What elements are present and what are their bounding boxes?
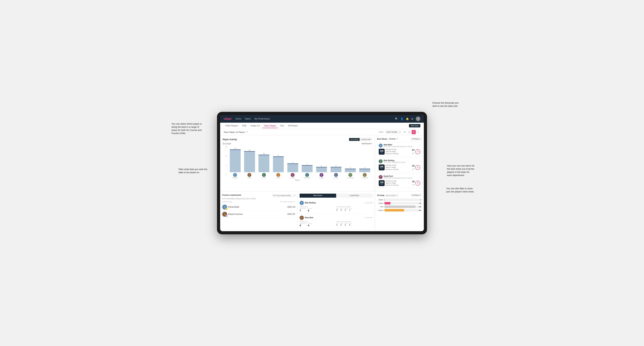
bar-highlight (345, 169, 356, 169)
add-team-button[interactable]: Add Team (409, 124, 420, 127)
pac-gtt-value: 0 (336, 224, 339, 226)
all-players-filter[interactable]: All Players ▾ (410, 138, 422, 140)
shot-card[interactable]: M Matt Miller 09 Jun 2023 · Royal North … (377, 142, 422, 156)
bar-highlight (316, 167, 327, 168)
shots-all-dropdown[interactable]: ▾ (397, 138, 398, 140)
user-avatar[interactable]: U (416, 117, 420, 121)
tab-pga[interactable]: PGA (240, 124, 248, 128)
shot-card[interactable]: D David Ford 24 Aug 2023 · Royal North D… (377, 173, 422, 188)
pac-arg-label: ARG (345, 208, 348, 209)
plus-icon[interactable]: ⊕ (411, 117, 413, 120)
chart-inner: 15 10 5 0 1312109543322 BRDJEGRMEL (222, 146, 372, 178)
scoring-bar-container: 315 (384, 209, 422, 211)
pac-stats-row: Total Rounds Tournament 8 Practice 4 Tot… (300, 221, 372, 227)
pac-app: APP 0 (341, 223, 343, 226)
scoring-header: Scoring Par 3, 4 & 5s ▾ All Players ▾ (377, 194, 422, 197)
best-shots-title: Best Shots (377, 138, 387, 140)
shot-card-body: 200 SG Shot Dist: 67 yds Start Lie: Roug… (379, 149, 420, 155)
show-dropdown[interactable]: Last 3 months ▾ (385, 131, 401, 134)
pac-stat-rounds: Total Rounds Tournament 7 Practice 6 (300, 206, 336, 212)
player-name-label: J. Coles (272, 177, 285, 178)
edit-icon[interactable]: ✎ (246, 131, 248, 133)
bell-icon[interactable]: 🔔 (406, 117, 409, 120)
navbar-link-home[interactable]: Home (236, 117, 241, 121)
leaderboard-row: E 2 Edward Crossman 18/20 107 (222, 211, 295, 218)
tab-pgat-players[interactable]: PGAT Players (224, 124, 240, 128)
player-avatar-item: R (315, 173, 328, 177)
pac-gtt-label: GTT (336, 208, 339, 209)
chart-subheader: On Course Total Rounds ▾ (222, 143, 372, 145)
bars-container: 1312109543322 (228, 146, 372, 172)
scoring-row: Birdies 96 (377, 202, 422, 204)
pac-putt-value: 0 (349, 224, 352, 226)
shots-tab-all[interactable]: All Shots (388, 138, 396, 140)
shot-card[interactable]: B Blair McHarg 23 Jul 2023 · Ashridge GC… (377, 158, 422, 172)
pac-tournament-value: 7 (300, 209, 306, 212)
player-name-label: L. Robertson (358, 177, 372, 178)
bar (345, 169, 356, 172)
view-list-button[interactable]: ≡ (416, 130, 420, 134)
tab-least-active[interactable]: Least Active (336, 194, 373, 198)
dropdown-chevron: ▾ (400, 131, 400, 133)
navbar-link-performance[interactable]: My Performance (254, 117, 270, 121)
leaderboard-dropdown[interactable]: PUTT Must Make Putting ... (272, 194, 295, 197)
leaderboard-title: Practice Leaderboards (222, 194, 241, 196)
players-icon[interactable]: 👤 (400, 117, 404, 120)
player-names-row: B. McHargR. BrittD. FordJ. ColesE. Ebert… (228, 177, 372, 178)
lb-score: 18/20 (287, 213, 292, 215)
pac-rounds-sub: Tournament 7 Practice 6 (300, 208, 336, 212)
shot-card-body: 198 SG Shot Dist: 16 yds Start Lie: Roug… (379, 180, 420, 186)
navbar-link-teams[interactable]: Teams (245, 117, 251, 121)
view-heart-button[interactable]: ♥ (412, 130, 416, 134)
shot-details: Shot Dist: 43 yds Start Lie: Rough End L… (386, 164, 411, 171)
shots-tabs: All Shots ▾ (388, 138, 398, 140)
player-avatar-item: E (344, 173, 357, 177)
annotation-top-right: Choose the timescale you wish to see the… (432, 101, 458, 108)
tab-tour[interactable]: Tour (278, 124, 286, 128)
chart-dropdown[interactable]: Total Rounds (362, 143, 371, 145)
scoring-dropdown[interactable]: Par 3, 4 & 5s (385, 194, 398, 197)
tab-hcaps[interactable]: Hcaps 1-5 (249, 124, 262, 128)
bar-group: 2 (344, 146, 357, 172)
pac-name: Blair McHarg (305, 202, 364, 204)
scoring-bar-value: 96 (420, 202, 421, 204)
pac-practice-value: 4 (308, 224, 312, 227)
search-icon[interactable]: 🔍 (395, 117, 398, 120)
pac-tournament-label: Tournament (300, 208, 306, 209)
pac-activities-sub: GTT 0 APP 0 ARG 0 PUTT 0 (336, 223, 373, 226)
scoring-bar-value: 3 (420, 199, 421, 200)
most-active-panel: Most Active Least Active B Blair McHarg … (298, 191, 375, 231)
pac-stats-row: Total Rounds Tournament 7 Practice 6 Tot… (300, 206, 372, 212)
pac-header: B Blair McHarg 26 Aug 2023 (300, 201, 372, 205)
lb-score: 19/20 (287, 206, 292, 208)
pac-gtt-value: 0 (336, 209, 339, 211)
leaderboard-subtitle: PUTT Must Make Putting (3-6 ft), Last 3 … (222, 198, 295, 199)
view-grid4-button[interactable]: ⊞ (402, 130, 407, 134)
player-avatar-item: M (329, 173, 343, 177)
avatars-row: BRDJEGRMEL (228, 172, 372, 177)
shot-stat-group: 43 yds 0 (412, 165, 420, 170)
scoring-player-filter[interactable]: All Players ▾ (410, 194, 422, 197)
show-label: Show: (379, 131, 384, 133)
tab-team-clippd[interactable]: Team Clippd (262, 124, 278, 128)
sub-tabs: PGAT Players PGA Hcaps 1-5 Team Clippd T… (220, 123, 424, 129)
pac-arg-value: 0 (345, 224, 348, 226)
best-shots-header: Best Shots All Shots ▾ All Players ▾ (377, 138, 422, 140)
lb-avatar: R 1 (222, 205, 227, 209)
toggle-practice-drills[interactable]: Practice Drills (360, 138, 372, 141)
player-avatar-circle: E (291, 173, 294, 177)
pac-putt: PUTT 1 (349, 208, 352, 211)
shot-player-name: David Ford (384, 175, 418, 177)
tab-all-players[interactable]: All Players (286, 124, 300, 128)
player-avatar-circle: R (248, 173, 251, 177)
scoring-bar-value: 499 (419, 206, 421, 207)
player-name-label: M. Miller (329, 177, 343, 178)
player-name-label: G. Billingham (300, 177, 314, 178)
leaderboard-row: R 1 Richard Butler 19/20 110 (222, 204, 295, 211)
toggle-on-course[interactable]: On Course (349, 138, 360, 141)
view-grid2-button[interactable]: ⊟ (407, 130, 411, 134)
pac-stat-activities: Total Practice Activities GTT 0 APP 0 AR… (336, 221, 373, 227)
shot-player-info: Blair McHarg 23 Jul 2023 · Ashridge GC, … (384, 160, 418, 163)
bar-value-label: 3 (321, 165, 322, 167)
tab-most-active[interactable]: Most Active (300, 194, 336, 198)
